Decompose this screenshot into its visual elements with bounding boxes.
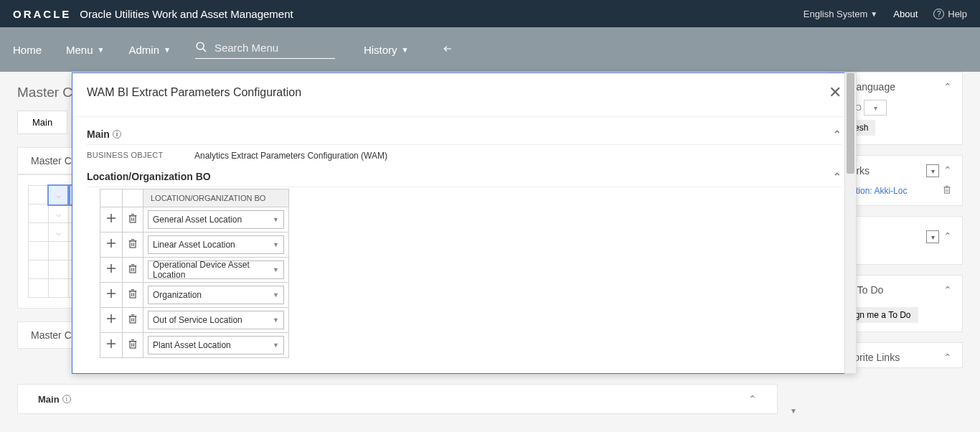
table-row: Plant Asset Location▼ (100, 333, 289, 358)
table-row: Linear Asset Location▼ (100, 233, 289, 258)
modal-scrollbar[interactable] (844, 72, 857, 374)
section-label: Location/Organization BO (87, 171, 211, 182)
delete-row-button[interactable] (123, 283, 143, 308)
nav-menu-label: Menu (66, 44, 93, 56)
scroll-thumb[interactable] (847, 73, 854, 174)
info-icon[interactable]: i (113, 130, 121, 138)
chevron-up-icon[interactable]: ⌃ (943, 164, 952, 177)
section-label: Main (38, 394, 60, 405)
oracle-logo: ORACLE (13, 8, 71, 20)
svg-rect-10 (130, 216, 136, 222)
section-location-org: Location/Organization BO ⌃ (87, 166, 842, 187)
table-cell[interactable]: ⌵ (49, 186, 69, 205)
broadcast-icon: ⌵ (56, 190, 61, 200)
location-org-select[interactable]: Out of Service Location▼ (148, 311, 284, 329)
svg-rect-38 (130, 316, 136, 323)
location-org-cell: General Asset Location▼ (143, 207, 289, 233)
modal-title: WAM BI Extract Parameters Configuration (87, 86, 301, 99)
tab-main[interactable]: Main (17, 111, 67, 134)
broadcast-icon: ⌵ (56, 227, 61, 238)
svg-rect-17 (130, 241, 136, 248)
app-header: ORACLE Oracle Utilities Work and Asset M… (0, 0, 980, 27)
location-org-cell: Plant Asset Location▼ (143, 333, 289, 358)
modal-header: WAM BI Extract Parameters Configuration … (72, 73, 856, 117)
nav-admin-label: Admin (128, 44, 159, 56)
help-link[interactable]: ? Help (933, 9, 967, 19)
add-row-button[interactable] (100, 333, 123, 358)
dropdown-icon[interactable]: ▾ (926, 230, 939, 243)
chevron-up-icon[interactable]: ⌃ (943, 81, 952, 93)
help-label: Help (948, 9, 967, 19)
section-label: Main (87, 128, 110, 140)
location-org-table: LOCATION/ORGANIZATION BO General Asset L… (100, 189, 289, 358)
language-select[interactable]: ▾ (864, 100, 887, 116)
delete-row-button[interactable] (123, 308, 143, 333)
svg-rect-45 (130, 342, 136, 348)
app-title: Oracle Utilities Work and Asset Manageme… (80, 8, 293, 20)
chevron-down-icon: ▼ (164, 46, 171, 54)
location-org-select[interactable]: General Asset Location▼ (148, 210, 284, 229)
chevron-up-icon[interactable]: ⌃ (748, 393, 757, 405)
about-link[interactable]: About (893, 9, 918, 19)
nav-home[interactable]: Home (13, 44, 42, 56)
bo-label: BUSINESS OBJECT (87, 151, 194, 161)
back-arrow-icon[interactable] (441, 44, 454, 56)
add-row-button[interactable] (100, 258, 123, 283)
location-org-cell: Out of Service Location▼ (143, 308, 289, 333)
location-org-select[interactable]: Plant Asset Location▼ (148, 336, 284, 354)
location-org-select[interactable]: Operational Device Asset Location▼ (148, 260, 284, 279)
table-cell[interactable]: ⌵ (49, 205, 69, 223)
location-org-cell: Organization▼ (143, 283, 289, 308)
chevron-up-icon[interactable]: ⌃ (943, 352, 952, 363)
nav-history-label: History (364, 44, 397, 56)
nav-menu[interactable]: Menu ▼ (66, 44, 104, 56)
table-row: General Asset Location▼ (100, 207, 289, 233)
nav-admin[interactable]: Admin ▼ (128, 44, 170, 56)
svg-line-1 (203, 48, 206, 51)
chevron-down-icon: ▼ (273, 216, 279, 223)
search-input[interactable] (215, 42, 335, 54)
search-menu[interactable] (195, 41, 335, 59)
chevron-down-icon: ▼ (273, 342, 279, 349)
broadcast-icon: ⌵ (56, 209, 61, 219)
modal-body: Main i ⌃ BUSINESS OBJECT Analytics Extra… (72, 117, 856, 373)
svg-rect-3 (945, 187, 950, 193)
svg-rect-31 (130, 291, 136, 298)
svg-rect-24 (130, 266, 136, 273)
section-main: Main i ⌃ (87, 124, 842, 145)
table-cell (29, 186, 49, 205)
nav-bar: Home Menu ▼ Admin ▼ History ▼ (0, 27, 980, 72)
add-row-button[interactable] (100, 233, 123, 258)
table-row: Operational Device Asset Location▼ (100, 258, 289, 283)
help-icon: ? (933, 9, 944, 19)
location-org-cell: Operational Device Asset Location▼ (143, 258, 289, 283)
location-org-select[interactable]: Linear Asset Location▼ (148, 235, 284, 254)
bo-value: Analytics Extract Parameters Configurati… (194, 151, 387, 161)
svg-point-0 (197, 42, 204, 50)
delete-row-button[interactable] (123, 258, 143, 283)
chevron-up-icon[interactable]: ⌃ (833, 171, 842, 182)
delete-row-button[interactable] (123, 233, 143, 258)
add-row-button[interactable] (100, 308, 123, 333)
table-cell[interactable]: ⌵ (49, 223, 69, 242)
delete-row-button[interactable] (123, 207, 143, 233)
info-icon[interactable]: i (62, 395, 71, 403)
close-icon[interactable]: ✕ (829, 83, 842, 102)
scroll-down-icon[interactable]: ▼ (790, 407, 797, 415)
dropdown-icon[interactable]: ▾ (926, 164, 939, 177)
table-row: Organization▼ (100, 283, 289, 308)
add-row-button[interactable] (100, 207, 123, 233)
chevron-up-icon[interactable]: ⌃ (943, 284, 952, 296)
language-switcher[interactable]: English System ▼ (804, 9, 878, 19)
chevron-up-icon[interactable]: ⌃ (943, 230, 952, 243)
chevron-up-icon[interactable]: ⌃ (833, 128, 842, 140)
chevron-down-icon: ▼ (273, 291, 279, 299)
trash-icon[interactable] (942, 184, 952, 197)
modal-dialog: WAM BI Extract Parameters Configuration … (72, 72, 857, 374)
location-org-select[interactable]: Organization▼ (148, 286, 284, 304)
delete-row-button[interactable] (123, 333, 143, 358)
nav-history[interactable]: History ▼ (364, 44, 409, 56)
chevron-down-icon: ▼ (870, 10, 877, 18)
add-row-button[interactable] (100, 283, 123, 308)
business-object-row: BUSINESS OBJECT Analytics Extract Parame… (87, 145, 842, 166)
